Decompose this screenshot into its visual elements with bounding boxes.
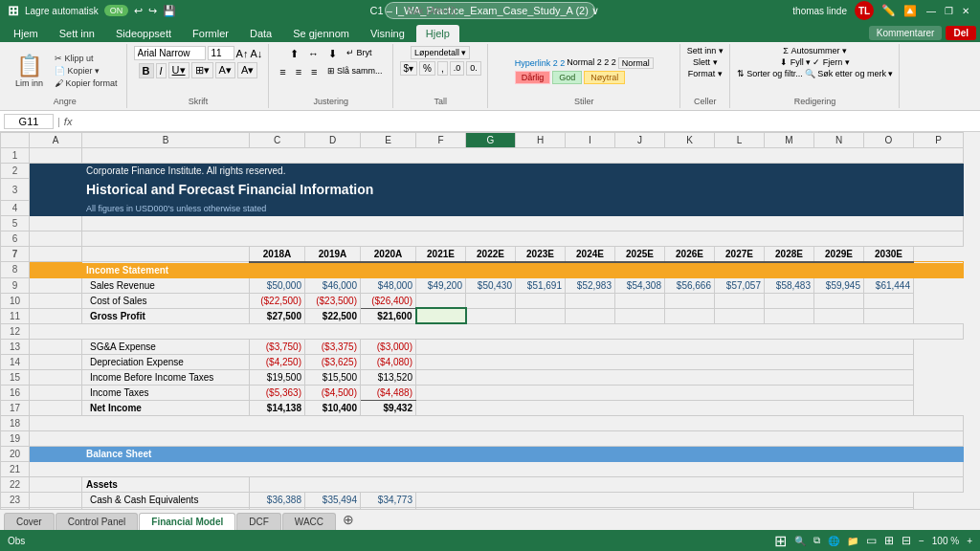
- zoom-in-button[interactable]: +: [967, 536, 972, 546]
- sheet-scroll-area[interactable]: A B C D E F G H I J K L M N O: [0, 132, 980, 509]
- search-input[interactable]: [385, 2, 595, 19]
- tab-formler[interactable]: Formler: [183, 25, 238, 42]
- table-cell[interactable]: Corporate Finance Institute. All rights …: [82, 164, 964, 179]
- close-button[interactable]: ✕: [959, 4, 972, 17]
- table-cell[interactable]: [715, 308, 765, 323]
- sort-filter-button[interactable]: ⇅ Sorter og filtr...: [737, 69, 803, 78]
- table-cell[interactable]: [416, 507, 914, 509]
- table-cell[interactable]: [416, 339, 914, 354]
- table-cell[interactable]: [30, 231, 82, 247]
- table-cell[interactable]: ($4,080): [361, 354, 416, 369]
- table-cell[interactable]: Sales Revenue: [82, 277, 250, 293]
- table-cell[interactable]: [30, 369, 82, 385]
- table-cell[interactable]: Net Income: [82, 400, 250, 415]
- comments-button[interactable]: Kommentarer: [869, 26, 943, 40]
- selected-cell[interactable]: [416, 308, 466, 323]
- view-normal-icon[interactable]: ▭: [866, 534, 877, 547]
- align-center-button[interactable]: ≡: [292, 64, 305, 79]
- table-cell[interactable]: $14,138: [250, 400, 305, 415]
- table-cell[interactable]: [30, 430, 964, 446]
- tab-hjem[interactable]: Hjem: [4, 25, 48, 42]
- table-cell[interactable]: [250, 476, 964, 492]
- table-cell[interactable]: $46,000: [305, 277, 361, 293]
- table-cell[interactable]: [416, 492, 914, 507]
- redo-icon[interactable]: ↪: [148, 5, 157, 17]
- table-cell[interactable]: [30, 179, 82, 201]
- autosum-button[interactable]: Σ Autosummer ▾: [783, 46, 847, 55]
- table-cell[interactable]: $50,000: [250, 277, 305, 293]
- taskbar-edge[interactable]: 🌐: [828, 536, 839, 546]
- table-cell[interactable]: $22,500: [305, 308, 361, 323]
- table-cell[interactable]: Depreciation Expense: [82, 354, 250, 369]
- format-copy-button[interactable]: 🖌 Kopier format: [52, 77, 121, 89]
- col-header-i[interactable]: I: [566, 133, 615, 148]
- minimize-button[interactable]: —: [924, 4, 938, 17]
- table-cell[interactable]: [30, 262, 82, 278]
- col-header-h[interactable]: H: [516, 133, 566, 148]
- table-cell[interactable]: SG&A Expense: [82, 339, 250, 354]
- col-header-j[interactable]: J: [615, 133, 665, 148]
- table-cell[interactable]: [30, 492, 82, 507]
- tab-sett-inn[interactable]: Sett inn: [50, 25, 104, 42]
- table-cell[interactable]: $4,734: [361, 507, 416, 509]
- align-bottom-button[interactable]: ⬇: [324, 46, 341, 62]
- table-cell[interactable]: $58,483: [765, 277, 814, 293]
- undo-icon[interactable]: ↩: [134, 5, 143, 17]
- table-cell[interactable]: [416, 293, 466, 308]
- table-cell[interactable]: 2028E: [765, 247, 814, 262]
- table-cell[interactable]: [30, 385, 82, 400]
- table-cell[interactable]: $21,600: [361, 308, 416, 323]
- sheet-tab-cover[interactable]: Cover: [4, 513, 55, 530]
- table-cell[interactable]: [516, 293, 566, 308]
- font-color-button[interactable]: A▾: [237, 62, 257, 78]
- table-cell[interactable]: 2029E: [814, 247, 864, 262]
- table-cell[interactable]: 2025E: [615, 247, 665, 262]
- save-icon[interactable]: 💾: [163, 5, 176, 17]
- tab-visning[interactable]: Visning: [361, 25, 414, 42]
- table-cell[interactable]: [765, 308, 814, 323]
- align-right-button[interactable]: ≡: [307, 64, 321, 79]
- col-header-k[interactable]: K: [665, 133, 715, 148]
- tab-hjelp[interactable]: Hjelp: [416, 25, 459, 42]
- tab-sideoppsett[interactable]: Sideoppsett: [106, 25, 181, 42]
- font-family-input[interactable]: [134, 46, 206, 60]
- table-cell[interactable]: [615, 293, 665, 308]
- good-style[interactable]: God: [552, 71, 582, 84]
- align-top-button[interactable]: ⬆: [286, 46, 302, 62]
- find-select-button[interactable]: 🔍 Søk etter og merk ▾: [805, 69, 894, 78]
- copy-button[interactable]: 📄 Kopier ▾: [52, 65, 121, 77]
- table-cell[interactable]: $54,308: [615, 277, 665, 293]
- table-cell[interactable]: [814, 293, 864, 308]
- number-format-dropdown[interactable]: Løpendetall ▾: [411, 46, 471, 59]
- table-cell[interactable]: Assets: [82, 476, 250, 492]
- table-cell[interactable]: [82, 216, 964, 231]
- table-cell[interactable]: [30, 247, 82, 262]
- table-cell[interactable]: $52,983: [566, 277, 615, 293]
- table-cell[interactable]: 2021E: [416, 247, 466, 262]
- table-cell[interactable]: $35,494: [305, 492, 361, 507]
- align-middle-button[interactable]: ↔: [304, 46, 323, 62]
- table-cell[interactable]: [765, 293, 814, 308]
- table-cell[interactable]: ($3,000): [361, 339, 416, 354]
- table-cell[interactable]: $4,438: [305, 507, 361, 509]
- table-cell[interactable]: [82, 231, 964, 247]
- col-header-n[interactable]: N: [814, 133, 864, 148]
- table-cell[interactable]: [30, 148, 82, 164]
- table-cell[interactable]: $48,000: [361, 277, 416, 293]
- col-header-l[interactable]: L: [715, 133, 765, 148]
- table-cell[interactable]: [416, 369, 914, 385]
- view-page-break-icon[interactable]: ⊟: [902, 534, 911, 547]
- table-cell[interactable]: Cash & Cash Equivalents: [82, 492, 250, 507]
- border-button[interactable]: ⊞▾: [191, 62, 213, 78]
- formula-input[interactable]: [76, 115, 976, 128]
- table-cell[interactable]: $15,500: [305, 369, 361, 385]
- table-cell[interactable]: $34,773: [361, 492, 416, 507]
- insert-cells-button[interactable]: Sett inn ▾: [687, 46, 724, 55]
- table-cell[interactable]: [814, 308, 864, 323]
- fill-button[interactable]: ⬇ Fyll ▾: [780, 57, 811, 67]
- table-cell[interactable]: [82, 247, 250, 262]
- col-header-p[interactable]: P: [914, 133, 964, 148]
- table-cell[interactable]: $56,666: [665, 277, 715, 293]
- col-header-f[interactable]: F: [416, 133, 466, 148]
- table-cell[interactable]: $49,200: [416, 277, 466, 293]
